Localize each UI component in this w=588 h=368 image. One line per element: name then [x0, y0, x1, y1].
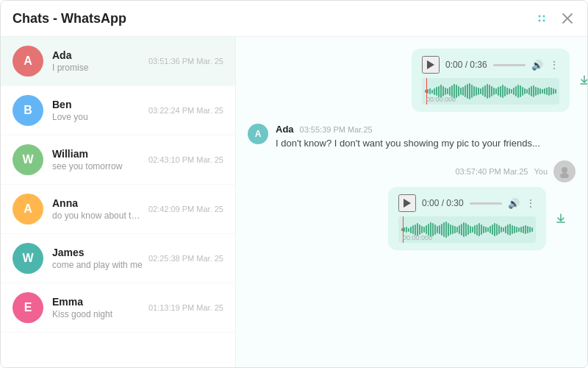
waveform-bar: [494, 223, 495, 236]
waveform-bar: [501, 227, 502, 233]
waveform-bar: [489, 85, 490, 98]
waveform-bar: [449, 87, 451, 96]
outgoing-audio-bubble: 0:00 / 0:30 🔊 ⋮ 00:00:000: [388, 187, 546, 250]
waveform-bar: [496, 224, 498, 236]
outgoing-audio-wrapper: 0:00 / 0:30 🔊 ⋮ 00:00:000: [248, 187, 576, 250]
play-button-2[interactable]: [398, 194, 416, 212]
waveform-bar: [478, 88, 479, 95]
waveform-bar: [426, 225, 427, 234]
title-actions: [533, 10, 576, 27]
waveform-bar: [533, 85, 534, 97]
audio-controls-2: 0:00 / 0:30 🔊 ⋮: [398, 194, 536, 212]
waveform-bar: [465, 223, 467, 236]
waveform-1: 00:00:000: [422, 78, 559, 105]
waveform-bar: [498, 225, 500, 234]
waveform-bar: [470, 226, 471, 233]
avatar-ada: A: [12, 46, 43, 77]
waveform-bar: [516, 227, 517, 233]
waveform-bar: [512, 225, 513, 234]
user-avatar: [553, 160, 576, 183]
chat-name-anna: Anna: [52, 197, 143, 209]
avatar-anna: A: [12, 194, 43, 224]
chat-time-ada: 03:51:36 PM Mar. 25: [148, 57, 223, 66]
waveform-bar: [485, 227, 487, 233]
waveform-bar: [476, 87, 477, 96]
app-container: Chats - WhatsApp A: [0, 0, 588, 368]
waveform-bar: [517, 85, 519, 98]
svg-point-7: [560, 173, 569, 178]
avatar-emma: E: [12, 292, 43, 323]
more-icon-1[interactable]: ⋮: [549, 59, 559, 71]
more-icon-2[interactable]: ⋮: [526, 197, 536, 209]
waveform-bar: [459, 225, 460, 234]
waveform-bar: [481, 224, 482, 235]
waveform-bar: [548, 87, 550, 96]
waveform-bar: [553, 88, 554, 94]
svg-point-0: [539, 15, 541, 18]
title-bar: Chats - WhatsApp: [1, 1, 587, 37]
waveform-bar: [456, 85, 457, 98]
waveform-bar: [448, 223, 449, 236]
chat-time-william: 02:43:10 PM Mar. 25: [148, 155, 223, 164]
audio-progress-1[interactable]: [493, 64, 526, 66]
audio-progress-2[interactable]: [470, 202, 502, 205]
waveform-bar: [542, 89, 543, 93]
waveform-bar: [434, 88, 435, 95]
chat-item-anna[interactable]: A Anna do you know about that 02:42:09 P…: [1, 185, 235, 234]
waveform-bar: [450, 224, 451, 235]
waveform-bar: [531, 227, 533, 232]
download-button-2[interactable]: [555, 213, 567, 224]
waveform-bar: [427, 89, 429, 93]
svg-point-6: [562, 167, 567, 173]
svg-point-1: [543, 15, 545, 18]
volume-icon-2[interactable]: 🔊: [508, 198, 520, 209]
waveform-bar: [526, 89, 528, 93]
waveform-bar: [528, 88, 530, 95]
chat-item-emma[interactable]: E Emma Kiss good night 01:13:19 PM Mar. …: [1, 283, 235, 333]
waveform-bar: [442, 86, 444, 96]
incoming-audio-bubble-1: 0:00 / 0:36 🔊 ⋮ 00:00:000: [412, 49, 570, 112]
waveform-bar: [544, 88, 545, 94]
waveform-bar: [505, 226, 506, 233]
waveform-bar: [478, 223, 480, 236]
waveform-bar: [483, 226, 484, 233]
waveform-bar: [419, 224, 420, 235]
waveform-bar: [469, 83, 470, 99]
waveform-bar: [507, 224, 509, 235]
avatar-william: W: [12, 144, 43, 175]
chat-preview-ada: I promise: [52, 63, 143, 73]
waveform-bar: [439, 225, 440, 234]
incoming-message-row: A Ada 03:55:39 PM Mar.25 I don't know? I…: [248, 124, 576, 149]
chat-item-ben[interactable]: B Ben Love you 03:22:24 PM Mar. 25: [1, 86, 235, 135]
waveform-bar: [546, 88, 548, 95]
audio-time-2: 0:00 / 0:30: [422, 198, 464, 208]
waveform-bar: [513, 88, 514, 95]
waveform-bar: [527, 226, 528, 233]
chat-item-william[interactable]: W William see you tomorrow 02:43:10 PM M…: [1, 135, 235, 185]
message-sender: Ada: [276, 124, 294, 135]
waveform-bar: [500, 86, 501, 97]
chat-name-ben: Ben: [52, 99, 143, 110]
chat-preview-ben: Love you: [52, 112, 143, 122]
waveform-bar: [514, 226, 515, 233]
app-title: Chats - WhatsApp: [12, 11, 126, 26]
waveform-bar: [472, 227, 473, 233]
chat-item-ada[interactable]: A Ada I promise 03:51:36 PM Mar. 25: [1, 37, 235, 86]
waveform-bar: [441, 224, 442, 236]
waveform-bar: [437, 226, 438, 233]
waveform-bar: [454, 226, 456, 233]
grid-icon-button[interactable]: [533, 10, 551, 27]
waveform-bar: [445, 222, 447, 238]
svg-point-2: [539, 20, 541, 22]
waveform-bar: [406, 227, 407, 233]
waveform-bar: [480, 88, 481, 94]
play-button-1[interactable]: [422, 56, 440, 74]
waveform-bar: [523, 226, 524, 233]
waveform-bar: [487, 84, 488, 99]
waveform-bar: [487, 227, 489, 232]
volume-icon-1[interactable]: 🔊: [531, 60, 543, 71]
download-button-1[interactable]: [578, 74, 587, 86]
waveform-bar: [529, 227, 531, 233]
close-button[interactable]: [559, 10, 576, 26]
chat-item-james[interactable]: W James come and play with me 02:25:38 P…: [1, 234, 235, 283]
